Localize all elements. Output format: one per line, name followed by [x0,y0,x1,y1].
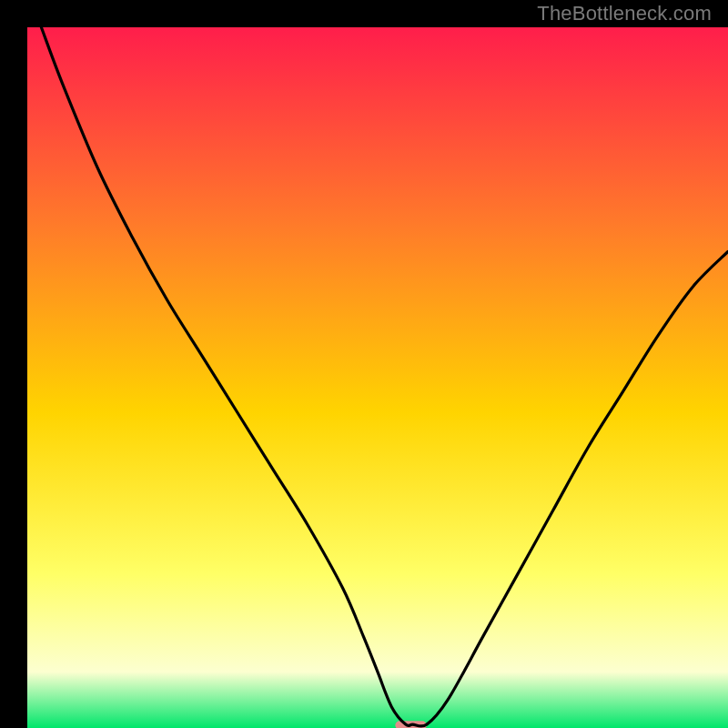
bottleneck-chart [27,27,728,728]
watermark-text: TheBottleneck.com [537,2,712,25]
chart-frame [14,14,714,714]
gradient-background [27,27,728,728]
